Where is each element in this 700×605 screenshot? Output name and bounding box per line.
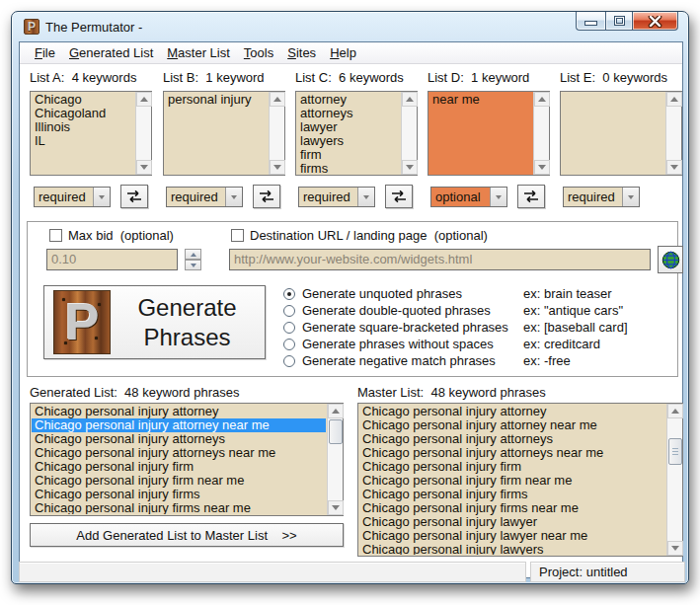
scrollbar-thumb[interactable]: [668, 438, 682, 465]
radio-icon[interactable]: [283, 288, 295, 300]
master-list-box[interactable]: Chicago personal injury attorneyChicago …: [357, 403, 683, 557]
phrase-type-radio-row[interactable]: Generate unquoted phrases: [283, 285, 508, 302]
radio-icon[interactable]: [283, 355, 295, 367]
radio-icon[interactable]: [283, 339, 295, 350]
keyword-item[interactable]: lawyer: [298, 120, 400, 134]
master-phrase-item[interactable]: Chicago personal injury lawyers: [359, 543, 665, 555]
phrase-type-radio-row[interactable]: Generate square-bracketed phrases: [283, 319, 508, 336]
scroll-down-icon[interactable]: [667, 541, 683, 556]
title-bar[interactable]: P The Permutator -: [12, 12, 688, 41]
chevron-down-icon[interactable]: [225, 188, 242, 206]
chevron-down-icon[interactable]: [357, 188, 374, 206]
swap-bc-button[interactable]: [253, 185, 280, 208]
dest-url-checkbox[interactable]: [231, 229, 244, 242]
generated-phrase-item[interactable]: Chicago personal injury attorney near me: [32, 418, 326, 432]
phrase-type-radio-row[interactable]: Generate double-quoted phrases: [283, 302, 508, 319]
scroll-down-icon[interactable]: [136, 160, 152, 175]
generated-list-scrollbar[interactable]: [327, 404, 343, 515]
keyword-item[interactable]: Illinois: [33, 120, 134, 134]
list-b-box[interactable]: personal injury: [163, 91, 285, 176]
phrase-type-radio-row[interactable]: Generate phrases without spaces: [283, 336, 508, 352]
list-a-box[interactable]: ChicagoChicagolandIllinoisIL: [30, 91, 152, 176]
scroll-down-icon[interactable]: [270, 160, 285, 175]
menu-item[interactable]: Sites: [280, 43, 323, 62]
list-d-box[interactable]: near me: [428, 91, 550, 176]
scroll-up-icon[interactable]: [534, 92, 550, 107]
list-d-mode-select[interactable]: optional: [430, 187, 507, 207]
max-bid-checkbox[interactable]: [49, 229, 62, 242]
list-c-scrollbar[interactable]: [401, 92, 417, 175]
list-c-mode-select[interactable]: required: [298, 187, 375, 207]
list-e-box[interactable]: [560, 91, 682, 176]
master-phrase-item[interactable]: Chicago personal injury attorney near me: [359, 418, 665, 432]
list-c-box[interactable]: attorneyattorneyslawyerlawyersfirmfirms: [295, 91, 418, 176]
spinner-up-icon[interactable]: [185, 249, 201, 260]
scroll-up-icon[interactable]: [270, 92, 285, 107]
scroll-up-icon[interactable]: [136, 92, 152, 107]
chevron-down-icon[interactable]: [490, 188, 506, 206]
spinner-down-icon[interactable]: [185, 260, 201, 270]
radio-icon[interactable]: [283, 322, 295, 334]
generated-phrase-item[interactable]: Chicago personal injury firm near me: [32, 474, 326, 488]
generate-phrases-button[interactable]: P Generate Phrases: [43, 285, 266, 359]
list-e-mode-select[interactable]: required: [563, 187, 640, 207]
list-a-scrollbar[interactable]: [135, 92, 151, 175]
master-phrase-item[interactable]: Chicago personal injury firm near me: [359, 474, 665, 488]
add-to-master-button[interactable]: Add Generated List to Master List >>: [30, 523, 344, 547]
generated-phrase-item[interactable]: Chicago personal injury attorneys: [32, 432, 326, 446]
generated-phrase-item[interactable]: Chicago personal injury firms: [32, 488, 326, 501]
list-d-scrollbar[interactable]: [533, 92, 549, 175]
scroll-up-icon[interactable]: [667, 404, 683, 418]
menu-item[interactable]: Generated List: [62, 43, 160, 62]
scroll-down-icon[interactable]: [328, 500, 344, 515]
menu-item[interactable]: Help: [323, 43, 363, 62]
list-e-scrollbar[interactable]: [665, 92, 681, 175]
dest-url-input[interactable]: http://www.your-website.com/widgets.html: [229, 249, 651, 270]
keyword-item[interactable]: IL: [33, 134, 134, 148]
master-list-scrollbar[interactable]: [666, 404, 682, 556]
generated-phrase-item[interactable]: Chicago personal injury firm: [32, 460, 326, 474]
scroll-down-icon[interactable]: [666, 160, 682, 175]
generated-list-box[interactable]: Chicago personal injury attorneyChicago …: [30, 403, 344, 516]
keyword-item[interactable]: Chicago: [33, 93, 134, 107]
scrollbar-thumb[interactable]: [329, 419, 343, 444]
swap-de-button[interactable]: [517, 185, 545, 208]
master-phrase-item[interactable]: Chicago personal injury lawyer: [359, 515, 665, 529]
max-bid-input[interactable]: 0.10: [46, 249, 178, 270]
master-phrase-item[interactable]: Chicago personal injury firms near me: [359, 501, 665, 515]
swap-cd-button[interactable]: [385, 185, 413, 208]
list-b-mode-select[interactable]: required: [166, 187, 243, 207]
swap-ab-button[interactable]: [120, 185, 148, 208]
generated-phrase-item[interactable]: Chicago personal injury attorneys near m…: [32, 446, 326, 460]
master-phrase-item[interactable]: Chicago personal injury attorney: [359, 405, 665, 418]
chevron-down-icon[interactable]: [93, 188, 110, 206]
generated-phrase-item[interactable]: Chicago personal injury attorney: [32, 405, 326, 418]
keyword-item[interactable]: firms: [298, 162, 400, 174]
master-phrase-item[interactable]: Chicago personal injury firms: [359, 488, 665, 501]
scroll-down-icon[interactable]: [402, 160, 418, 175]
keyword-item[interactable]: Chicagoland: [33, 107, 134, 120]
scroll-down-icon[interactable]: [534, 160, 550, 175]
close-button[interactable]: [633, 12, 678, 31]
maximize-button[interactable]: [605, 12, 633, 31]
master-phrase-item[interactable]: Chicago personal injury attorneys near m…: [359, 446, 665, 460]
keyword-item[interactable]: personal injury: [166, 93, 268, 107]
menu-item[interactable]: File: [28, 43, 62, 62]
master-phrase-item[interactable]: Chicago personal injury lawyer near me: [359, 529, 665, 543]
minimize-button[interactable]: [576, 12, 605, 31]
open-url-button[interactable]: [658, 246, 683, 273]
keyword-item[interactable]: lawyers: [298, 134, 400, 148]
master-phrase-item[interactable]: Chicago personal injury firm: [359, 460, 665, 474]
scroll-up-icon[interactable]: [666, 92, 682, 107]
master-phrase-item[interactable]: Chicago personal injury attorneys: [359, 432, 665, 446]
generated-phrase-item[interactable]: Chicago personal injury firms near me: [32, 501, 326, 514]
keyword-item[interactable]: attorneys: [298, 107, 400, 120]
menu-item[interactable]: Tools: [237, 43, 280, 62]
keyword-item[interactable]: near me: [430, 93, 532, 107]
keyword-item[interactable]: firm: [298, 148, 400, 162]
list-b-scrollbar[interactable]: [269, 92, 284, 175]
scroll-up-icon[interactable]: [328, 404, 344, 418]
keyword-item[interactable]: attorney: [298, 93, 400, 107]
radio-icon[interactable]: [283, 305, 295, 317]
list-a-mode-select[interactable]: required: [34, 187, 111, 207]
